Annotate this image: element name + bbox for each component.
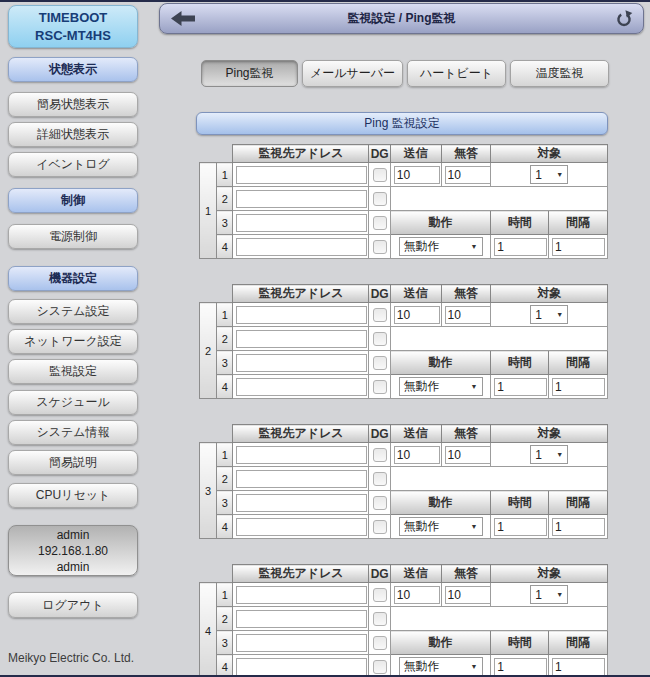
row-number-cell: 3 [217,491,233,515]
col-header-address: 監視先アドレス [233,285,369,303]
send-count-input[interactable] [394,166,440,184]
action-select[interactable]: 無動作 ▼ [399,237,483,256]
tab-heartbeat[interactable]: ハートビート [407,60,506,87]
time-input[interactable] [494,238,547,256]
send-count-input[interactable] [394,306,440,324]
interval-input[interactable] [552,518,605,536]
dg-checkbox[interactable] [373,448,387,462]
address-input[interactable] [236,658,367,676]
address-input[interactable] [236,190,367,208]
dg-checkbox[interactable] [373,332,387,346]
address-input[interactable] [236,494,367,512]
dg-checkbox[interactable] [373,168,387,182]
dg-checkbox[interactable] [373,216,387,230]
target-select[interactable]: 1 ▼ [530,165,568,184]
address-input[interactable] [236,330,367,348]
col-header-no-answer: 無答 [441,425,491,443]
col-header-no-answer: 無答 [441,145,491,163]
sidebar-item-network-config[interactable]: ネットワーク設定 [8,329,138,354]
address-input[interactable] [236,306,367,324]
action-select[interactable]: 無動作 ▼ [399,657,483,676]
table-corner-blank [200,145,233,163]
dg-checkbox[interactable] [373,472,387,486]
dg-checkbox[interactable] [373,308,387,322]
device-model-line2: RSC-MT4HS [35,27,111,45]
dg-checkbox[interactable] [373,192,387,206]
interval-input[interactable] [552,658,605,676]
sidebar-item-system-info[interactable]: システム情報 [8,420,138,445]
address-input[interactable] [236,470,367,488]
sidebar-item-detailed-status[interactable]: 詳細状態表示 [8,122,138,147]
address-input[interactable] [236,354,367,372]
empty-cell [390,467,607,491]
tab-temperature-monitor[interactable]: 温度監視 [510,60,609,87]
dg-checkbox[interactable] [373,380,387,394]
time-input[interactable] [494,518,547,536]
row-number-cell: 2 [217,467,233,491]
dg-checkbox[interactable] [373,240,387,254]
action-select[interactable]: 無動作 ▼ [399,377,483,396]
action-select[interactable]: 無動作 ▼ [399,517,483,536]
target-select[interactable]: 1 ▼ [530,445,568,464]
sidebar-item-device-config[interactable]: 機器設定 [8,266,138,291]
address-input[interactable] [236,586,367,604]
time-input[interactable] [494,658,547,676]
col-header-action: 動作 [390,631,490,655]
sidebar-item-power-control[interactable]: 電源制御 [8,224,138,249]
no-answer-count-input[interactable] [445,446,491,464]
sidebar-item-cpu-reset[interactable]: CPUリセット [8,483,138,508]
address-input[interactable] [236,446,367,464]
sidebar-item-simple-status[interactable]: 簡易状態表示 [8,92,138,117]
row-number-cell: 1 [217,443,233,467]
time-input[interactable] [494,378,547,396]
section-header-ping-settings: Ping 監視設定 [196,112,608,135]
address-input[interactable] [236,166,367,184]
sidebar-item-event-log[interactable]: イベントログ [8,152,138,177]
chevron-down-icon: ▼ [556,311,563,318]
tab-bar: Ping監視 メールサーバー ハートビート 温度監視 [201,60,609,87]
dg-checkbox[interactable] [373,636,387,650]
col-header-interval: 間隔 [549,491,608,515]
tab-ping-monitor[interactable]: Ping監視 [201,60,298,87]
interval-input[interactable] [552,238,605,256]
target-select-value: 1 [535,588,542,602]
interval-input[interactable] [552,378,605,396]
no-answer-count-input[interactable] [445,586,491,604]
action-select-value: 無動作 [404,378,440,395]
sidebar-item-control[interactable]: 制御 [8,188,138,213]
address-input[interactable] [236,214,367,232]
dg-checkbox[interactable] [373,520,387,534]
sidebar-item-schedule[interactable]: スケジュール [8,390,138,415]
dg-checkbox[interactable] [373,588,387,602]
device-logo-button[interactable]: TIMEBOOT RSC-MT4HS [8,5,138,48]
dg-checkbox[interactable] [373,356,387,370]
address-input[interactable] [236,238,367,256]
send-count-input[interactable] [394,586,440,604]
tab-mail-server[interactable]: メールサーバー [302,60,403,87]
no-answer-count-input[interactable] [445,166,491,184]
address-input[interactable] [236,378,367,396]
address-input[interactable] [236,634,367,652]
sidebar-item-system-config[interactable]: システム設定 [8,299,138,324]
address-input[interactable] [236,610,367,628]
sidebar-item-status-display[interactable]: 状態表示 [8,57,138,82]
col-header-send: 送信 [390,285,441,303]
back-icon[interactable] [171,11,195,26]
action-select-value: 無動作 [404,518,440,535]
row-number-cell: 1 [217,303,233,327]
address-input[interactable] [236,518,367,536]
col-header-interval: 間隔 [549,211,608,235]
send-count-input[interactable] [394,446,440,464]
logout-button[interactable]: ログアウト [8,592,138,618]
dg-checkbox[interactable] [373,660,387,674]
dg-checkbox[interactable] [373,612,387,626]
sidebar-item-simple-manual[interactable]: 簡易説明 [8,450,138,475]
group-number-cell: 3 [200,443,217,539]
refresh-icon[interactable] [615,10,633,28]
sidebar-item-monitor-config[interactable]: 監視設定 [8,359,138,384]
target-select[interactable]: 1 ▼ [530,585,568,604]
page-title-bar: 監視設定 / Ping監視 [159,3,644,34]
target-select[interactable]: 1 ▼ [530,305,568,324]
no-answer-count-input[interactable] [445,306,491,324]
dg-checkbox[interactable] [373,496,387,510]
